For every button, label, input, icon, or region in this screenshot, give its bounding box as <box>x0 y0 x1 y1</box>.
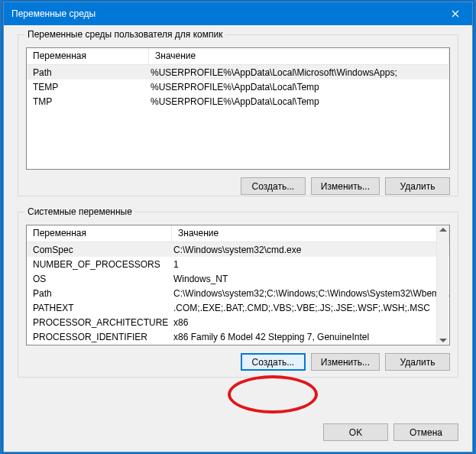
table-row[interactable]: ComSpec C:\Windows\system32\cmd.exe <box>27 242 449 257</box>
cell-var: PATHEXT <box>27 303 172 313</box>
table-row[interactable]: TMP %USERPROFILE%\AppData\Local\Temp <box>27 94 449 109</box>
system-new-button[interactable]: Создать... <box>241 353 306 371</box>
table-row[interactable]: OS Windows_NT <box>27 271 449 286</box>
cell-val: C:\Windows\system32\cmd.exe <box>172 245 449 255</box>
system-vars-listview[interactable]: Переменная Значение ComSpec C:\Windows\s… <box>26 225 450 345</box>
system-vars-group-label: Системные переменные <box>24 206 135 217</box>
client-area: Переменные среды пользователя для компик… <box>4 25 472 452</box>
user-vars-buttons: Создать... Изменить... Удалить <box>26 177 450 195</box>
column-value[interactable]: Значение <box>172 225 449 242</box>
column-variable[interactable]: Переменная <box>27 48 149 64</box>
cancel-button[interactable]: Отмена <box>393 423 458 441</box>
dialog-buttons: OK Отмена <box>323 423 458 441</box>
scrollbar[interactable] <box>436 226 448 344</box>
cell-var: Path <box>27 67 149 78</box>
user-vars-group-label: Переменные среды пользователя для компик <box>24 29 225 40</box>
cell-val: C:\Windows\system32;C:\Windows;C:\Window… <box>172 288 449 299</box>
window-title: Переменные среды <box>4 8 438 19</box>
table-row[interactable]: PROCESSOR_ARCHITECTURE x86 <box>27 315 449 329</box>
cell-var: TEMP <box>27 82 149 92</box>
system-edit-button[interactable]: Изменить... <box>311 353 380 371</box>
listview-header: Переменная Значение <box>27 48 449 65</box>
cell-var: OS <box>27 274 172 284</box>
cell-var: ComSpec <box>27 245 172 255</box>
close-icon <box>452 10 459 18</box>
user-edit-button[interactable]: Изменить... <box>311 177 380 195</box>
titlebar: Переменные среды <box>4 2 472 25</box>
cell-var: Path <box>27 288 172 299</box>
table-row[interactable]: Path C:\Windows\system32;C:\Windows;C:\W… <box>27 286 449 300</box>
column-value[interactable]: Значение <box>149 48 449 64</box>
env-vars-dialog: Переменные среды Переменные среды пользо… <box>3 2 473 452</box>
ok-button[interactable]: OK <box>323 423 388 441</box>
table-row[interactable]: PATHEXT .COM;.EXE;.BAT;.CMD;.VBS;.VBE;.J… <box>27 300 449 315</box>
cell-var: TMP <box>27 96 149 107</box>
cell-val: %USERPROFILE%\AppData\Local\Temp <box>149 82 449 92</box>
column-variable[interactable]: Переменная <box>27 225 172 242</box>
listview-header: Переменная Значение <box>27 225 449 242</box>
system-vars-group: Системные переменные Переменная Значение… <box>18 212 458 378</box>
table-row[interactable]: PROCESSOR_IDENTIFIER x86 Family 6 Model … <box>27 329 449 344</box>
system-delete-button[interactable]: Удалить <box>385 353 450 371</box>
system-vars-buttons: Создать... Изменить... Удалить <box>26 353 450 371</box>
cell-val: %USERPROFILE%\AppData\Local\Microsoft\Wi… <box>149 67 449 78</box>
cell-val: %USERPROFILE%\AppData\Local\Temp <box>149 96 449 107</box>
user-vars-listview[interactable]: Переменная Значение Path %USERPROFILE%\A… <box>26 47 450 170</box>
cell-val: 1 <box>172 259 449 270</box>
table-row[interactable]: NUMBER_OF_PROCESSORS 1 <box>27 257 449 271</box>
cell-val: x86 <box>172 317 449 328</box>
user-delete-button[interactable]: Удалить <box>385 177 450 195</box>
user-new-button[interactable]: Создать... <box>241 177 306 195</box>
cell-var: PROCESSOR_ARCHITECTURE <box>27 317 172 328</box>
close-button[interactable] <box>438 2 472 25</box>
cell-var: NUMBER_OF_PROCESSORS <box>27 259 172 270</box>
listview-body: Path %USERPROFILE%\AppData\Local\Microso… <box>27 65 449 109</box>
cell-val: .COM;.EXE;.BAT;.CMD;.VBS;.VBE;.JS;.JSE;.… <box>172 303 449 313</box>
annotation-highlight <box>228 375 318 413</box>
user-vars-group: Переменные среды пользователя для компик… <box>18 34 458 196</box>
listview-body: ComSpec C:\Windows\system32\cmd.exe NUMB… <box>27 242 449 344</box>
cell-val: Windows_NT <box>172 274 449 284</box>
cell-var: PROCESSOR_IDENTIFIER <box>27 332 172 342</box>
cell-val: x86 Family 6 Model 42 Stepping 7, Genuin… <box>172 332 449 342</box>
table-row[interactable]: Path %USERPROFILE%\AppData\Local\Microso… <box>27 65 449 79</box>
table-row[interactable]: TEMP %USERPROFILE%\AppData\Local\Temp <box>27 79 449 94</box>
